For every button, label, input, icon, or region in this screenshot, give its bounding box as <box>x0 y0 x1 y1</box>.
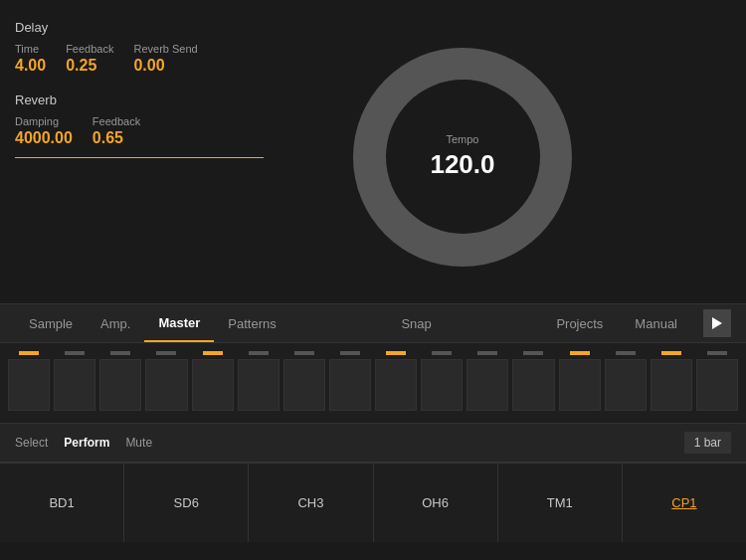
pad-col-2 <box>54 351 95 411</box>
reverb-section: Reverb Damping 4000.00 Feedback 0.65 <box>15 93 264 158</box>
pad-box-7[interactable] <box>283 359 325 411</box>
tracks-section: BD1 SD6 CH3 OH6 TM1 CP1 <box>0 463 746 542</box>
right-panel <box>647 0 746 303</box>
pad-col-14 <box>605 351 647 411</box>
mute-button[interactable]: Mute <box>125 436 152 450</box>
select-button[interactable]: Select <box>15 436 48 450</box>
pads-section <box>0 343 746 423</box>
reverb-damping-label: Damping <box>15 115 73 127</box>
pad-indicator-3 <box>110 351 130 355</box>
pad-col-10 <box>421 351 463 411</box>
delay-feedback-label: Feedback <box>66 43 113 55</box>
pad-indicator-11 <box>477 351 497 355</box>
nav-sample[interactable]: Sample <box>15 304 87 342</box>
reverb-params: Damping 4000.00 Feedback 0.65 <box>15 115 264 147</box>
track-cp1[interactable]: CP1 <box>623 464 746 542</box>
delay-time-value: 4.00 <box>15 57 46 75</box>
pad-box-3[interactable] <box>99 359 141 411</box>
nav-master[interactable]: Master <box>144 304 214 342</box>
pad-col-9 <box>375 351 417 411</box>
pad-box-5[interactable] <box>192 359 234 411</box>
delay-reverb-send-label: Reverb Send <box>133 43 197 55</box>
pad-indicator-16 <box>707 351 727 355</box>
pad-indicator-7 <box>294 351 314 355</box>
track-tm1[interactable]: TM1 <box>498 464 623 542</box>
delay-feedback[interactable]: Feedback 0.25 <box>66 43 113 75</box>
pad-indicator-12 <box>523 351 543 355</box>
pad-box-6[interactable] <box>238 359 280 411</box>
nav-amp[interactable]: Amp. <box>87 304 144 342</box>
nav-right: Projects Manual <box>542 309 731 337</box>
pad-col-13 <box>559 351 601 411</box>
pad-indicator-10 <box>432 351 452 355</box>
delay-time[interactable]: Time 4.00 <box>15 43 46 75</box>
pad-indicator-8 <box>340 351 360 355</box>
pad-col-6 <box>238 351 280 411</box>
pad-box-4[interactable] <box>145 359 187 411</box>
pad-box-12[interactable] <box>512 359 554 411</box>
pad-indicator-1 <box>19 351 39 355</box>
tempo-knob[interactable]: Tempo 120.0 <box>353 48 572 267</box>
pad-box-13[interactable] <box>559 359 601 411</box>
pad-col-11 <box>466 351 508 411</box>
track-bd1[interactable]: BD1 <box>0 464 124 542</box>
tempo-label: Tempo <box>446 133 478 145</box>
pad-indicator-9 <box>386 351 406 355</box>
pad-box-10[interactable] <box>421 359 463 411</box>
delay-params: Time 4.00 Feedback 0.25 Reverb Send 0.00 <box>15 43 264 75</box>
pad-indicator-14 <box>616 351 636 355</box>
pad-box-8[interactable] <box>329 359 371 411</box>
track-oh6[interactable]: OH6 <box>374 464 498 542</box>
nav-projects[interactable]: Projects <box>542 316 617 331</box>
reverb-feedback[interactable]: Feedback 0.65 <box>93 115 140 147</box>
reverb-feedback-label: Feedback <box>93 115 140 127</box>
delay-title: Delay <box>15 20 264 35</box>
track-ch3[interactable]: CH3 <box>249 464 373 542</box>
perform-button[interactable]: Perform <box>64 436 109 450</box>
pad-indicator-13 <box>570 351 590 355</box>
center-panel: Tempo 120.0 <box>279 0 647 303</box>
pad-box-15[interactable] <box>651 359 692 411</box>
nav-snap[interactable]: Snap <box>387 304 445 342</box>
pad-col-16 <box>696 351 738 411</box>
pad-indicator-6 <box>249 351 269 355</box>
pad-box-1[interactable] <box>8 359 50 411</box>
pad-col-5 <box>192 351 234 411</box>
pad-col-15 <box>651 351 692 411</box>
pad-indicator-5 <box>203 351 223 355</box>
pad-box-2[interactable] <box>54 359 95 411</box>
top-section: Delay Time 4.00 Feedback 0.25 Reverb Sen… <box>0 0 746 303</box>
pad-col-7 <box>283 351 325 411</box>
nav-manual[interactable]: Manual <box>621 316 691 331</box>
left-panel: Delay Time 4.00 Feedback 0.25 Reverb Sen… <box>0 0 279 303</box>
pad-col-8 <box>329 351 371 411</box>
bottom-controls: Select Perform Mute 1 bar <box>0 423 746 463</box>
reverb-feedback-value: 0.65 <box>93 129 140 147</box>
nav-patterns[interactable]: Patterns <box>214 304 289 342</box>
pad-col-4 <box>145 351 187 411</box>
pad-col-12 <box>512 351 554 411</box>
reverb-damping[interactable]: Damping 4000.00 <box>15 115 73 147</box>
nav-bar: Sample Amp. Master Patterns Snap Project… <box>0 303 746 343</box>
delay-feedback-value: 0.25 <box>66 57 113 75</box>
delay-time-label: Time <box>15 43 46 55</box>
pad-col-3 <box>99 351 141 411</box>
pad-indicator-4 <box>156 351 176 355</box>
track-sd6[interactable]: SD6 <box>124 464 249 542</box>
bar-indicator[interactable]: 1 bar <box>684 432 731 454</box>
pad-box-9[interactable] <box>375 359 417 411</box>
pad-indicator-2 <box>65 351 85 355</box>
reverb-title: Reverb <box>15 93 264 107</box>
reverb-divider <box>15 157 264 158</box>
delay-reverb-send[interactable]: Reverb Send 0.00 <box>133 43 197 75</box>
play-button[interactable] <box>703 309 731 337</box>
pad-box-16[interactable] <box>696 359 738 411</box>
tempo-value: 120.0 <box>430 149 494 180</box>
pad-col-1 <box>8 351 50 411</box>
reverb-damping-value: 4000.00 <box>15 129 73 147</box>
delay-reverb-send-value: 0.00 <box>133 57 197 75</box>
pad-indicator-15 <box>661 351 681 355</box>
tempo-display: Tempo 120.0 <box>430 133 494 180</box>
pad-box-11[interactable] <box>466 359 508 411</box>
pad-box-14[interactable] <box>605 359 647 411</box>
